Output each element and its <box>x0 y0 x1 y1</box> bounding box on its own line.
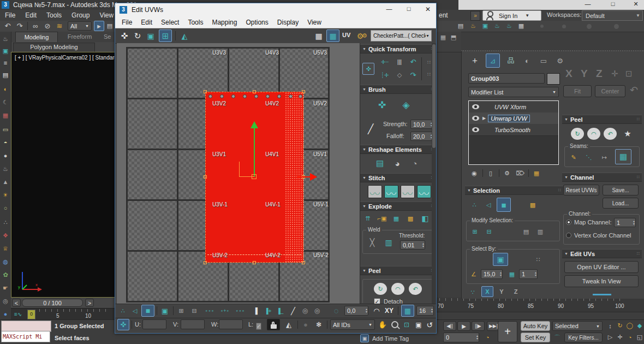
time-slider[interactable]: 0 <box>27 310 35 319</box>
viewport[interactable]: [ + ] [ VRayPhysicalCamera02 ] [ Standar… <box>11 52 116 298</box>
walk-through-icon[interactable]: ✛ <box>616 333 624 342</box>
angle-threshold-field[interactable]: 15,0 ▴▾ <box>481 269 503 279</box>
map-channel-field[interactable]: 1 ▴▾ <box>614 218 636 227</box>
point-to-point-seam-icon[interactable]: ⋱ <box>582 151 595 163</box>
pin-stack-icon[interactable]: ◉ <box>469 168 479 178</box>
pan-view-icon[interactable]: ↻ <box>616 321 624 330</box>
render-setup-icon[interactable]: ♨ <box>468 21 478 31</box>
stitch-custom-icon[interactable]: ◡◡ <box>368 185 382 198</box>
space-vertical-icon[interactable]: ||| <box>393 56 406 67</box>
quick-peel-icon[interactable]: ↻ <box>571 128 584 140</box>
freeform-mode-icon[interactable]: ⊞ <box>159 29 172 42</box>
select-by-smoothing-icon[interactable]: ▦ <box>506 268 518 280</box>
hide-selection-icon[interactable]: ● <box>300 319 312 330</box>
menu-tools[interactable]: Tools <box>41 10 67 21</box>
ribbon-extra-icon-1[interactable]: ▦ <box>439 33 448 41</box>
align-x-label[interactable]: X <box>565 68 573 80</box>
dialog-maximize-button[interactable]: □ <box>401 5 416 15</box>
shrink-loop-icon[interactable]: ∘∘∘ <box>233 305 247 316</box>
select-by-planar-icon[interactable]: ∵ <box>467 287 478 297</box>
dialog-menu-tools[interactable]: Tools <box>183 17 207 28</box>
tab-selection[interactable]: Se <box>104 32 116 42</box>
select-edge-icon[interactable]: ◁ <box>482 199 494 211</box>
tab-modeling[interactable]: Modeling <box>15 32 58 43</box>
uv-canvas[interactable]: U3V3 U4V3 U5V3 U3V2 U4V2 U5V2 U3V1 U4V1 … <box>117 43 360 304</box>
align-brackets-icon[interactable]: ⊡ <box>625 69 633 79</box>
uv-space-label[interactable]: UV <box>342 32 350 38</box>
tab-freeform[interactable]: Freeform <box>58 32 102 42</box>
light-tool-icon[interactable]: ◐ <box>1 84 10 94</box>
channel-rollout-header[interactable]: ▼Channel∷ <box>562 173 642 182</box>
select-element-icon[interactable]: ▩ <box>526 199 539 211</box>
object-color-swatch[interactable] <box>547 73 560 85</box>
peel-header[interactable]: ▼Peel∷ <box>360 266 436 275</box>
sun-tool-icon[interactable]: ☀ <box>1 190 10 200</box>
edit-uvs-rollout-header[interactable]: ▼Edit UVs∷ <box>562 249 642 258</box>
edge-to-seam-icon[interactable]: ↦ <box>598 151 611 163</box>
teapot-tool-icon[interactable]: ♨ <box>1 34 10 44</box>
key-mode-icon[interactable]: ◔ <box>482 333 492 342</box>
render-window-icon[interactable]: ▣ <box>1 46 10 56</box>
u-field[interactable] <box>142 319 166 329</box>
select-by-angle-icon[interactable]: ∠ <box>468 268 480 280</box>
weld-selected-icon[interactable]: ╳ <box>365 236 379 249</box>
peel-reset-dialog-icon[interactable]: ↶ <box>409 283 422 295</box>
align-vertical-icon[interactable]: ┊✛ <box>378 69 392 80</box>
particles-tool-icon[interactable]: ∴ <box>1 217 10 227</box>
sphere-primitive-icon[interactable]: ● <box>1 151 10 161</box>
visibility-eye-icon[interactable] <box>472 116 479 121</box>
loop-selection-icon[interactable]: ▤ <box>520 226 532 238</box>
smoothing-group-field[interactable]: 1 ▴▾ <box>519 269 538 279</box>
strength-field[interactable]: 10,0 ▴▾ <box>410 120 433 129</box>
menu-edit[interactable]: Edit <box>20 10 41 21</box>
stitch-target-icon[interactable]: ◡◡ <box>417 185 431 198</box>
rotate-cw-icon[interactable]: ↷ <box>407 69 419 80</box>
minimize-button[interactable]: — <box>580 1 596 9</box>
peel-mode-icon[interactable]: ◠ <box>587 128 600 140</box>
selection-rollout-header[interactable]: ▼Selection∷ <box>465 186 563 195</box>
select-object-button[interactable]: ► <box>94 21 104 31</box>
object-name-field[interactable]: Group003 <box>468 73 545 84</box>
brush-header[interactable]: ▼Brush∷ <box>360 85 436 94</box>
tab-hierarchy[interactable]: 品 <box>504 55 517 67</box>
falloff-field[interactable]: 20,0 ▴▾ <box>410 132 433 141</box>
select-polygon-icon[interactable]: ■ <box>497 198 511 212</box>
menu-chevron-button[interactable]: » <box>470 11 480 21</box>
relax-brush-icon[interactable]: ◈ <box>398 98 414 112</box>
workspace-dropdown[interactable]: Default ▼ <box>582 10 643 21</box>
select-vertex-icon[interactable]: ∴ <box>468 199 480 211</box>
paint-select-icon[interactable]: ╱ <box>288 305 299 316</box>
uv-face-mode-icon[interactable]: ■ <box>141 305 154 317</box>
box-primitive-icon[interactable]: ▭ <box>1 124 10 134</box>
dialog-menu-options[interactable]: Options <box>241 17 272 28</box>
grow-uv-selection-icon[interactable]: ⊞ <box>175 305 187 316</box>
list-tool-icon[interactable]: ≡ <box>1 58 10 68</box>
tab-modify[interactable]: ⊿ <box>486 54 500 68</box>
convert-to-seam-icon[interactable]: ▦ <box>615 149 631 164</box>
explode-header[interactable]: ▼Explode∷ <box>360 201 436 211</box>
ring-selection-icon[interactable]: ▥ <box>534 226 546 238</box>
modifier-row-turbosmooth[interactable]: TurboSmooth <box>469 124 558 136</box>
lock-selection-icon[interactable] <box>267 319 280 330</box>
dialog-titlebar[interactable]: 3 Edit UVWs — □ ✕ <box>115 3 436 17</box>
bind-spacewarp-icon[interactable]: ≋ <box>54 21 65 31</box>
key-filters-button[interactable]: Key Filters... <box>564 333 603 342</box>
texture-options-icon[interactable]: ⚙ <box>360 30 369 41</box>
leaves-tool-icon[interactable]: ✿ <box>1 270 10 280</box>
maximize-viewport-icon[interactable]: ◱ <box>635 333 644 342</box>
open-uv-editor-button[interactable]: Open UV Editor ... <box>564 261 639 273</box>
timeline-ruler-right[interactable]: 70 75 80 85 90 95 100 <box>437 298 644 312</box>
track-prev-button[interactable]: < <box>12 299 21 307</box>
xy-space-toggle[interactable]: XY <box>385 307 393 315</box>
checker-toggle-icon[interactable]: ▦ <box>326 29 339 42</box>
peel-rollout-header[interactable]: ▼Peel∷ <box>562 115 642 124</box>
edit-seams-icon[interactable]: ✎ <box>567 151 580 163</box>
dialog-menu-mapping[interactable]: Mapping <box>207 17 241 28</box>
pan-tool-icon[interactable]: ✋ <box>377 319 388 330</box>
filter-selected-faces-icon[interactable]: ◭ <box>282 319 295 330</box>
dialog-menu-display[interactable]: Display <box>273 17 303 28</box>
align-move-icon[interactable]: ✛ <box>611 69 618 79</box>
vertex-color-radio[interactable] <box>566 233 571 238</box>
isolate-toggle-icon[interactable]: ▣ <box>360 334 369 342</box>
grow-selection-icon[interactable]: ⊞ <box>469 226 481 238</box>
